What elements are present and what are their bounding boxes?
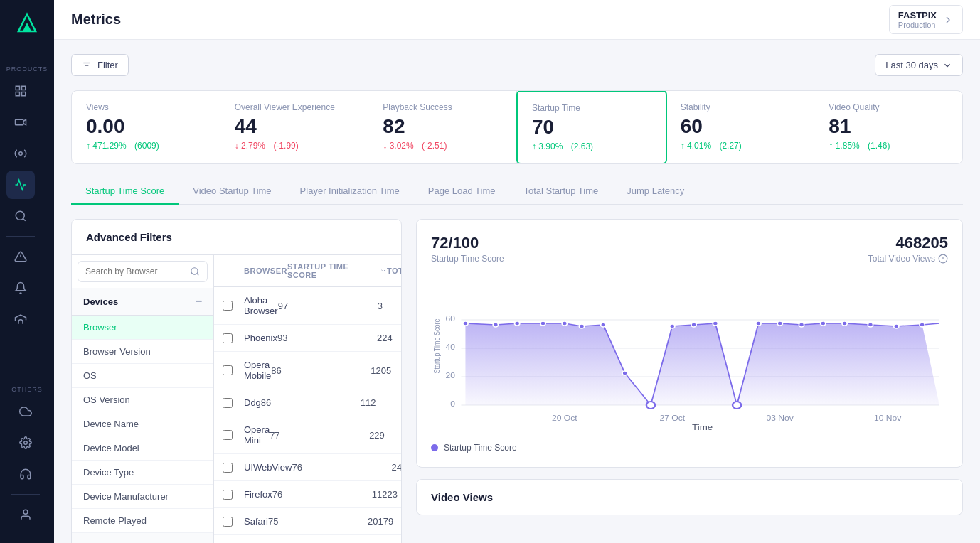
table-row: Firefox 76 11223 [214,481,401,508]
products-label: PRODUCTS [6,65,48,72]
filter-item-os[interactable]: OS [72,364,213,388]
svg-point-50 [868,323,873,327]
row-checkbox[interactable] [223,333,244,343]
col-score-header[interactable]: STARTUP TIME SCORE [287,262,387,279]
svg-point-47 [799,323,804,327]
headphone-icon[interactable] [11,460,40,488]
player-group-header: Player − [72,533,213,543]
filter-item-browser-version[interactable]: Browser Version [72,340,213,364]
row-checkbox[interactable] [223,301,244,311]
row-browser: Aloha Browser [244,295,278,316]
row-checkbox[interactable] [223,463,244,473]
metric-cards: Views 0.00 ↑ 471.29% (6009) Overall View… [71,90,963,164]
search-box[interactable] [78,261,208,282]
svg-point-33 [493,323,498,327]
metric-label: Startup Time [532,103,651,113]
tab-page-load-time[interactable]: Page Load Time [414,178,510,205]
svg-point-9 [16,211,24,220]
row-checkbox[interactable] [223,398,244,408]
inspect-icon[interactable] [6,202,35,230]
settings-icon[interactable] [11,429,40,457]
filter-item-os-version[interactable]: OS Version [72,388,213,412]
svg-text:20: 20 [445,372,454,380]
metric-card-viewer-exp[interactable]: Overall Viewer Experience 44 ↓ 2.79% (-1… [220,91,369,163]
tab-player-init-time[interactable]: Player Initialization Time [286,178,414,205]
svg-text:40: 40 [445,343,454,351]
svg-point-49 [842,321,847,326]
metric-card-views[interactable]: Views 0.00 ↑ 471.29% (6009) [72,91,220,163]
filters-title: Advanced Filters [72,220,401,255]
metric-card-stability[interactable]: Stability 60 ↑ 4.01% (2.27) [666,91,815,163]
collapse-player-icon[interactable]: − [196,540,202,543]
col-views-header[interactable]: TOTAL VIEWS [387,262,401,279]
svg-text:Time: Time [692,423,713,431]
row-browser: Opera Mobile [244,360,271,381]
cloud-icon[interactable] [11,397,40,426]
metric-card-playback[interactable]: Playback Success 82 ↓ 3.02% (-2.51) [368,91,517,163]
filter-item-browser[interactable]: Browser [72,316,213,340]
svg-text:10 Nov: 10 Nov [874,414,902,422]
metric-label: Views [86,102,206,112]
svg-point-39 [622,371,627,375]
main-grid: Advanced Filters Devices − [71,219,963,543]
filter-item-device-model[interactable]: Device Model [72,436,213,461]
row-checkbox[interactable] [223,365,244,375]
video-icon[interactable] [6,108,35,136]
box-icon[interactable] [6,77,35,105]
filter-item-device-name[interactable]: Device Name [72,412,213,436]
table-row: Ddg 86 112 [214,389,401,416]
row-checkbox[interactable] [223,517,244,527]
browser-table-header: BROWSER STARTUP TIME SCORE TOTAL VIEWS [214,255,401,287]
alert-icon[interactable] [6,242,35,271]
chart-metric-right: 468205 Total Video Views [868,234,948,264]
tab-startup-time-score[interactable]: Startup Time Score [71,178,179,205]
tab-total-startup-time[interactable]: Total Startup Time [509,178,612,205]
megaphone-icon[interactable] [6,305,35,333]
metric-card-startup[interactable]: Startup Time 70 ↑ 3.90% (2.63) [516,90,667,164]
row-views: 1205 [371,365,401,376]
filter-item-device-type[interactable]: Device Type [72,461,213,485]
page-title: Metrics [71,11,121,28]
env-selector[interactable]: FASTPIX Production [889,5,963,34]
broadcast-icon[interactable] [6,139,35,168]
video-views-card: Video Views [416,479,963,515]
svg-rect-4 [16,92,19,96]
filter-item-device-manufacturer[interactable]: Device Manufacturer [72,485,213,509]
search-input[interactable] [85,267,184,276]
collapse-devices-icon[interactable]: − [196,295,202,308]
row-score: 86 [261,397,361,408]
svg-point-45 [756,321,761,326]
sidebar: PRODUCTS OTHERS [0,0,54,543]
svg-point-38 [601,323,606,327]
svg-rect-5 [21,92,25,96]
chart-total-views-value: 468205 [868,234,948,252]
tab-jump-latency[interactable]: Jump Latency [612,178,698,205]
row-checkbox[interactable] [223,490,244,500]
col-browser-header[interactable]: BROWSER [244,262,287,279]
row-score: 93 [277,333,377,343]
svg-text:60: 60 [445,315,454,323]
row-checkbox[interactable] [223,430,244,440]
metric-card-quality[interactable]: Video Quality 81 ↑ 1.85% (1.46) [814,91,962,163]
devices-group-header: Devices − [72,288,213,316]
table-row: Opera Mini 77 229 [214,416,401,454]
analytics-icon[interactable] [6,171,35,199]
table-row: Aloha Browser 97 3 [214,287,401,325]
legend-label: Startup Time Score [444,443,517,453]
row-score: 77 [270,430,369,441]
date-range-selector[interactable]: Last 30 days [875,54,963,76]
content-area: Filter Last 30 days Views 0.00 ↑ 471.29%… [54,40,980,543]
tab-video-startup-time[interactable]: Video Startup Time [179,178,285,205]
filter-button[interactable]: Filter [71,54,129,76]
bell-icon[interactable] [6,274,35,302]
chart-legend: Startup Time Score [431,443,948,453]
metric-label: Playback Success [383,102,502,112]
svg-point-41 [670,324,675,328]
row-browser: Phoenix [244,333,277,343]
filter-item-remote-played[interactable]: Remote Played [72,509,213,533]
header-right: FASTPIX Production [889,5,963,34]
user-icon[interactable] [11,500,40,529]
logo[interactable] [16,11,38,37]
chart-header: 72/100 Startup Time Score 468205 Total V… [431,234,948,264]
svg-point-48 [821,321,826,326]
